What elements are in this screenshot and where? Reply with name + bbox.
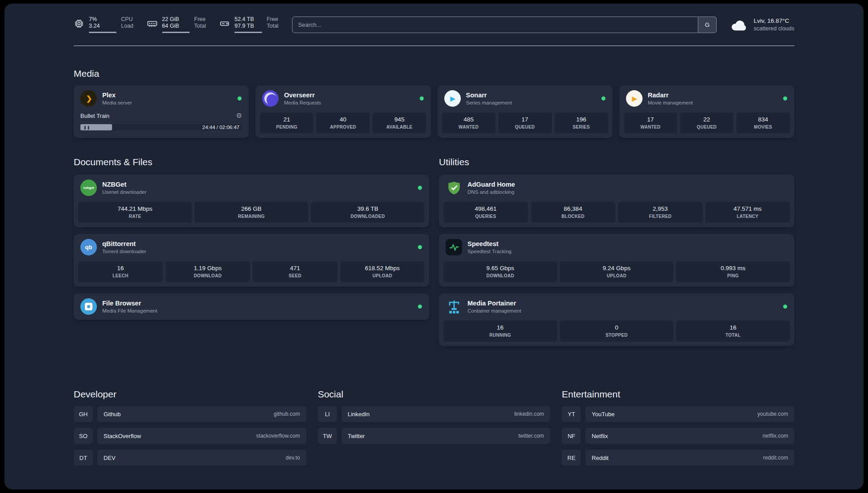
disk-total: 97.9 TB — [234, 23, 262, 29]
stat-download: 9.65 GbpsDOWNLOAD — [443, 261, 557, 282]
stat-running: 16RUNNING — [443, 321, 557, 342]
service-card-filebrowser[interactable]: File Browser Media File Management — [74, 293, 429, 320]
memory-labels: Free Total — [194, 16, 206, 29]
bookmark-abbr: TW — [318, 428, 337, 444]
header-divider — [74, 46, 794, 46]
service-card-speedtest[interactable]: Speedtest Speedtest Tracking 9.65 GbpsDO… — [439, 234, 794, 287]
dashboard-screen: 7% 3.24 CPU Load 22 GiB 64 GiB Free Tota… — [0, 0, 868, 493]
bookmark-group-developer: Developer GH Github github.com SO StackO… — [74, 389, 306, 466]
bookmark-youtube[interactable]: YT YouTube youtube.com — [562, 406, 794, 422]
stat-pending: 21PENDING — [260, 113, 313, 134]
weather-location: Lviv, 16.87°C — [754, 17, 794, 25]
bookmark-url: netflix.com — [763, 433, 788, 439]
utilities-heading: Utilities — [439, 157, 794, 167]
service-name: qBittorrent — [102, 240, 146, 248]
cpu-label-top: CPU — [121, 16, 134, 23]
status-dot — [601, 96, 605, 100]
cpu-values: 7% 3.24 — [89, 16, 117, 33]
portainer-icon — [446, 298, 462, 315]
filebrowser-glyph — [85, 303, 92, 310]
memory-free: 22 GiB — [162, 16, 190, 23]
service-card-radarr[interactable]: ▶ Radarr Movie management 17WANTED 22QUE… — [619, 85, 794, 138]
speedtest-icon — [446, 239, 462, 255]
service-card-overseerr[interactable]: Overseerr Media Requests 21PENDING 40APP… — [255, 85, 430, 138]
bookmark-url: dev.to — [286, 455, 300, 461]
bookmark-stackoverflow[interactable]: SO StackOverflow stackoverflow.com — [74, 428, 306, 444]
search-provider-button[interactable]: G — [698, 17, 717, 33]
bookmark-name: Netflix — [592, 433, 608, 439]
bookmark-dev[interactable]: DT DEV dev.to — [74, 450, 306, 466]
settings-icon[interactable]: ⚙ — [236, 112, 242, 120]
service-subtitle: Media File Management — [102, 308, 157, 314]
bookmark-group-entertainment: Entertainment YT YouTube youtube.com NF … — [562, 389, 794, 466]
service-card-qbittorrent[interactable]: qb qBittorrent Torrent downloader 16LEEC… — [74, 234, 429, 287]
disk-labels: Free Total — [267, 16, 278, 29]
memory-label-bottom: Total — [194, 23, 206, 29]
service-subtitle: Speedtest Tracking — [467, 248, 511, 255]
bookmark-name: LinkedIn — [348, 411, 370, 418]
bookmark-name: Reddit — [592, 455, 609, 461]
cpu-load: 3.24 — [89, 23, 117, 29]
service-name: NZBGet — [102, 180, 146, 188]
stat-series: 196SERIES — [555, 113, 608, 134]
media-player-widget: Bullet Train ⚙ ❚❚ 24:44 / 02:06:47 — [74, 112, 249, 137]
service-name: Radarr — [648, 91, 693, 99]
dashboard-panel: 7% 3.24 CPU Load 22 GiB 64 GiB Free Tota… — [4, 4, 864, 489]
status-dot — [238, 96, 242, 100]
entertainment-heading: Entertainment — [562, 389, 794, 400]
service-card-adguard[interactable]: AdGuard Home DNS and adblocking 498,461Q… — [439, 175, 794, 227]
disk-label-bottom: Total — [267, 23, 278, 29]
sonarr-icon: ▶ — [444, 90, 461, 107]
service-subtitle: Series management — [466, 100, 512, 106]
stat-downloaded: 39.6 TBDOWNLOADED — [311, 202, 425, 223]
qbittorrent-icon: qb — [80, 239, 97, 255]
cpu-usage: 7% — [89, 16, 117, 23]
bookmark-abbr: SO — [74, 428, 93, 444]
documents-heading: Documents & Files — [74, 157, 429, 167]
stat-movies: 834MOVIES — [736, 113, 790, 134]
cloud-icon — [730, 18, 749, 31]
search-input[interactable] — [292, 17, 717, 33]
filebrowser-icon — [80, 298, 97, 315]
status-dot — [783, 305, 787, 309]
radarr-glyph: ▶ — [632, 95, 637, 103]
service-subtitle: Torrent downloader — [102, 248, 146, 255]
service-card-sonarr[interactable]: ▶ Sonarr Series management 485WANTED 17Q… — [438, 85, 613, 138]
service-name: Speedtest — [467, 240, 511, 248]
bookmark-name: Twitter — [348, 433, 365, 439]
bookmark-name: StackOverflow — [104, 433, 141, 439]
stat-wanted: 485WANTED — [442, 113, 496, 134]
bookmark-name: Github — [104, 411, 121, 418]
memory-meter — [162, 32, 190, 33]
stat-ping: 0.993 msPING — [676, 261, 790, 282]
service-name: Plex — [102, 91, 132, 99]
bookmark-linkedin[interactable]: LI LinkedIn linkedin.com — [318, 406, 551, 422]
nzbget-glyph: nzbget — [83, 186, 94, 190]
bookmark-netflix[interactable]: NF Netflix netflix.com — [562, 428, 794, 444]
stat-total: 16TOTAL — [676, 321, 790, 342]
service-name: Sonarr — [466, 91, 512, 99]
bookmark-twitter[interactable]: TW Twitter twitter.com — [318, 428, 551, 444]
bookmark-reddit[interactable]: RE Reddit reddit.com — [562, 450, 794, 466]
top-bar: 7% 3.24 CPU Load 22 GiB 64 GiB Free Tota… — [74, 16, 794, 33]
stat-download: 1.19 GbpsDOWNLOAD — [166, 261, 250, 282]
bookmark-url: twitter.com — [518, 433, 544, 439]
stat-queued: 17QUEUED — [498, 113, 552, 134]
service-subtitle: Media server — [102, 100, 132, 106]
bookmark-github[interactable]: GH Github github.com — [74, 406, 306, 422]
playback-time: 24:44 / 02:06:47 — [202, 125, 239, 130]
service-card-nzbget[interactable]: nzbget NZBGet Usenet downloader 744.21 M… — [74, 175, 429, 227]
utilities-section: Utilities AdGuard Home DNS and adblockin… — [439, 157, 794, 346]
memory-icon — [147, 18, 158, 29]
stat-stopped: 0STOPPED — [560, 321, 674, 342]
bookmark-name: DEV — [104, 455, 116, 461]
overseerr-icon — [262, 90, 279, 107]
service-card-plex[interactable]: ❯ Plex Media server Bullet Train ⚙ — [74, 85, 249, 138]
stat-wanted: 17WANTED — [624, 113, 677, 134]
stat-blocked: 86,384BLOCKED — [531, 202, 616, 223]
stat-upload: 9.24 GbpsUPLOAD — [560, 261, 674, 282]
memory-values: 22 GiB 64 GiB — [162, 16, 190, 33]
service-card-portainer[interactable]: Media Portainer Container management 16R… — [439, 293, 794, 346]
pause-button[interactable]: ❚❚ — [83, 125, 90, 130]
seek-bar[interactable]: ❚❚ 24:44 / 02:06:47 — [80, 124, 242, 131]
